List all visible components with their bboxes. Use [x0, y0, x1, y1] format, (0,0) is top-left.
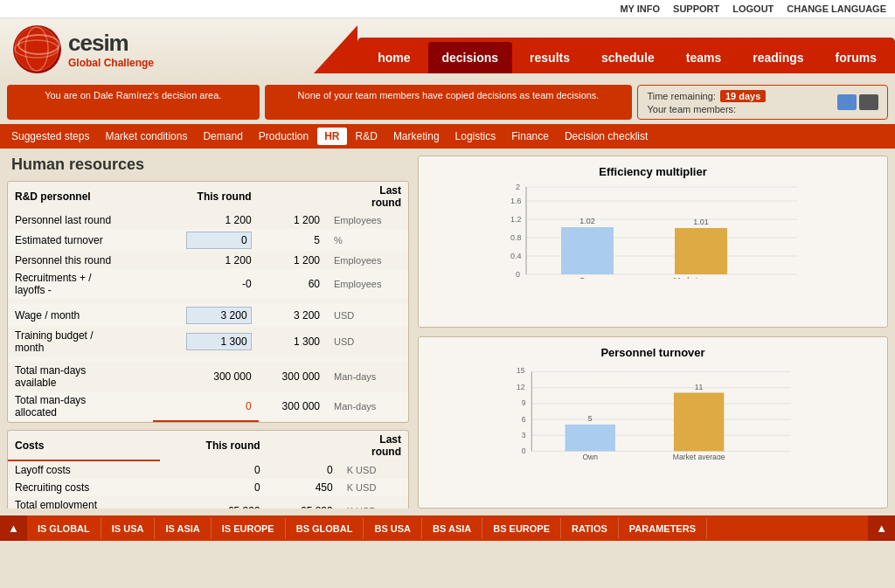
- rd-unit-6: USD: [327, 327, 408, 356]
- efficiency-own-bar: [561, 227, 614, 274]
- main-content: Human resources R&D personnel This round…: [0, 149, 895, 515]
- rd-label-6: Training budget /month: [8, 327, 153, 356]
- bottom-tab-bs-usa[interactable]: BS USA: [364, 518, 422, 539]
- svg-text:1.2: 1.2: [510, 215, 522, 224]
- team-icon-1: [837, 94, 857, 110]
- costs-col1: This round: [160, 431, 267, 460]
- svg-text:12: 12: [517, 383, 525, 391]
- tab-decisions[interactable]: decisions: [428, 42, 513, 73]
- bottom-arrow-right[interactable]: ▲: [868, 515, 895, 541]
- svg-text:2: 2: [516, 183, 520, 191]
- svg-text:0: 0: [516, 270, 520, 279]
- rd-label-5: Wage / month: [8, 304, 153, 327]
- cost-unit-2: K USD: [340, 496, 408, 508]
- subnav-marketing[interactable]: Marketing: [386, 128, 447, 145]
- rd-row-0: Personnel last round 1 200 1 200 Employe…: [8, 211, 408, 229]
- subnav-rd[interactable]: R&D: [349, 128, 385, 145]
- rd-row-3: Recruitments + /layoffs - -0 60 Employee…: [8, 269, 408, 299]
- svg-text:0.8: 0.8: [510, 233, 522, 242]
- page-title: Human resources: [7, 156, 409, 174]
- turnover-own-bar: [565, 425, 615, 452]
- tab-schedule[interactable]: schedule: [587, 42, 669, 73]
- subnav-production[interactable]: Production: [252, 128, 316, 145]
- rd-last-2: 1 200: [259, 252, 327, 269]
- efficiency-chart: Efficiency multiplier 0 0.4 0.8 1.2 1.6 …: [418, 156, 888, 328]
- cost-row-1: Recruiting costs 0 450 K USD: [8, 479, 408, 496]
- subnav-hr[interactable]: HR: [317, 128, 346, 145]
- subnav-suggested-steps[interactable]: Suggested steps: [4, 128, 96, 145]
- turnover-chart: Personnel turnover 0 3 6 9 12 15: [418, 336, 888, 508]
- cost-this-2: 65 829: [160, 496, 267, 508]
- bottom-tab-is-global[interactable]: IS GLOBAL: [27, 518, 101, 539]
- bottom-tab-ratios[interactable]: RATIOS: [561, 518, 619, 539]
- bottom-tab-parameters[interactable]: PARAMETERS: [619, 518, 707, 539]
- bottom-bar: ▲ IS GLOBAL IS USA IS ASIA IS EUROPE BS …: [0, 515, 895, 541]
- tab-forums[interactable]: forums: [822, 42, 891, 73]
- team-members-label: Your team members:: [647, 104, 766, 114]
- bottom-tab-is-asia[interactable]: IS ASIA: [155, 518, 211, 539]
- training-budget-input[interactable]: [186, 333, 252, 350]
- top-bar: MY INFO SUPPORT LOGOUT CHANGE LANGUAGE: [0, 0, 895, 18]
- team-icons: [837, 94, 878, 110]
- rd-row-9: Total man-daysallocated 0 300 000 Man-da…: [8, 391, 408, 421]
- change-language-link[interactable]: CHANGE LANGUAGE: [787, 3, 886, 14]
- left-panel: Human resources R&D personnel This round…: [7, 156, 409, 508]
- cost-unit-0: K USD: [340, 460, 408, 479]
- sub-nav: Suggested steps Market conditions Demand…: [0, 124, 895, 149]
- bottom-arrow-left[interactable]: ▲: [0, 515, 27, 541]
- rd-this-5[interactable]: [153, 304, 258, 327]
- rd-unit-1: %: [327, 229, 408, 252]
- cost-label-2: Total employmentcosts: [8, 496, 160, 508]
- rd-last-0: 1 200: [259, 211, 327, 229]
- time-info: Time remaining: 19 days Your team member…: [647, 90, 766, 114]
- subnav-logistics[interactable]: Logistics: [448, 128, 503, 145]
- rd-last-1: 5: [259, 229, 327, 252]
- rd-this-1[interactable]: [153, 229, 258, 252]
- rd-row-8: Total man-daysavailable 300 000 300 000 …: [8, 362, 408, 391]
- rd-last-9: 300 000: [259, 391, 327, 421]
- svg-text:3: 3: [522, 431, 526, 439]
- svg-text:1.02: 1.02: [579, 217, 595, 225]
- bottom-tab-is-europe[interactable]: IS EUROPE: [212, 518, 286, 539]
- tab-teams[interactable]: teams: [672, 42, 735, 73]
- team-icon-2: [859, 94, 878, 110]
- efficiency-chart-title: Efficiency multiplier: [427, 165, 878, 178]
- rd-row-5: Wage / month 3 200 USD: [8, 304, 408, 327]
- estimated-turnover-input[interactable]: [186, 232, 252, 249]
- tab-readings[interactable]: readings: [739, 42, 817, 73]
- tab-results[interactable]: results: [516, 42, 584, 73]
- bottom-tab-bs-europe[interactable]: BS EUROPE: [482, 518, 561, 539]
- logo-cesim: cesim: [68, 30, 154, 57]
- nav-area: home decisions results schedule teams re…: [314, 25, 895, 73]
- wage-month-input[interactable]: [186, 307, 252, 324]
- rd-row-1: Estimated turnover 5 %: [8, 229, 408, 252]
- my-info-link[interactable]: MY INFO: [620, 3, 660, 14]
- logo-tagline: Global Challenge: [68, 57, 154, 69]
- rd-this-6[interactable]: [153, 327, 258, 356]
- subnav-market-conditions[interactable]: Market conditions: [98, 128, 194, 145]
- svg-text:5: 5: [588, 414, 593, 423]
- subnav-decision-checklist[interactable]: Decision checklist: [558, 128, 655, 145]
- turnover-chart-title: Personnel turnover: [427, 346, 878, 359]
- rd-row-6: Training budget /month 1 300 USD: [8, 327, 408, 356]
- cost-last-0: 0: [267, 460, 340, 479]
- rd-last-3: 60: [259, 269, 327, 299]
- tab-home[interactable]: home: [364, 42, 424, 73]
- rd-this-9: 0: [153, 391, 258, 421]
- alert-area: You are on Dale Ramírez's decision area.…: [0, 80, 895, 124]
- subnav-demand[interactable]: Demand: [196, 128, 249, 145]
- support-link[interactable]: SUPPORT: [673, 3, 719, 14]
- rd-unit-5: USD: [327, 304, 408, 327]
- turnover-chart-svg: 0 3 6 9 12 15 5 Own: [427, 363, 878, 460]
- bottom-tab-is-usa[interactable]: IS USA: [101, 518, 156, 539]
- rd-last-5: 3 200: [259, 304, 327, 327]
- subnav-finance[interactable]: Finance: [504, 128, 556, 145]
- svg-text:0: 0: [522, 446, 526, 455]
- bottom-tab-bs-asia[interactable]: BS ASIA: [422, 518, 482, 539]
- logout-link[interactable]: LOGOUT: [732, 3, 774, 14]
- svg-text:0.4: 0.4: [510, 252, 522, 260]
- bottom-tab-bs-global[interactable]: BS GLOBAL: [286, 518, 364, 539]
- time-remaining-label: Time remaining:: [647, 91, 715, 101]
- logo-text: cesim Global Challenge: [68, 30, 154, 69]
- rd-unit-9: Man-days: [327, 391, 408, 421]
